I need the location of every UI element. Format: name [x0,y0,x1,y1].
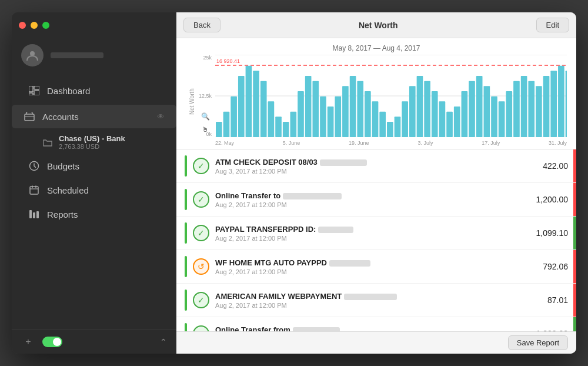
txn-date: Aug 2, 2017 at 12:00 PM [215,235,530,242]
svg-rect-53 [462,91,468,137]
svg-rect-3 [34,91,39,95]
txn-amount: 1,200.00 [536,329,569,331]
svg-point-0 [30,51,35,56]
svg-rect-36 [335,97,341,137]
svg-rect-35 [328,107,334,137]
txn-name: Online Transfer from [215,325,530,332]
svg-rect-33 [312,81,319,137]
add-button[interactable]: + [21,335,35,349]
svg-rect-57 [491,97,497,137]
zoom-in-button[interactable]: 🔍 [200,111,211,122]
dashboard-icon [28,85,40,97]
sidebar-item-scheduled[interactable]: Scheduled [16,178,172,202]
svg-rect-31 [298,91,304,137]
svg-rect-42 [379,112,386,137]
sidebar-nav: Dashboard Accounts 👁 [12,76,176,330]
transaction-row[interactable]: ✓AMERICAN FAMILY WEBPAYMENTAug 2, 2017 a… [176,284,576,317]
svg-rect-61 [521,76,527,137]
txn-icon: ✓ [193,158,209,174]
sidebar-item-accounts[interactable]: Accounts 👁 [12,105,176,128]
svg-rect-41 [372,101,379,137]
save-report-button[interactable]: Save Report [508,335,568,350]
svg-rect-22 [230,97,237,137]
svg-rect-67 [566,71,567,137]
svg-rect-43 [387,122,393,137]
svg-rect-39 [357,81,363,137]
txn-color-bar [185,256,187,277]
svg-rect-51 [446,112,453,137]
eye-icon[interactable]: 👁 [157,112,165,121]
svg-rect-21 [223,112,230,137]
sidebar-item-budgets-label: Budgets [47,161,160,171]
account-row-chase[interactable]: Chase (US) - Bank 2,763.38 USD [12,131,176,154]
txn-date: Aug 2, 2017 at 12:00 PM [215,201,530,208]
transaction-row[interactable]: ✓Online Transfer toAug 2, 2017 at 12:00 … [176,183,576,217]
txn-color-bar [185,323,187,331]
txn-details: PAYPAL TRANSFERPPD ID:Aug 2, 2017 at 12:… [215,225,530,242]
x-labels: 22. May 5. June 19. June 3. July 17. Jul… [215,137,567,149]
svg-rect-30 [290,112,297,137]
svg-rect-5 [25,114,34,121]
svg-rect-46 [409,86,416,137]
chart-tools: 🔍 🖱 [200,111,211,135]
txn-name-blur [344,294,397,300]
txn-name-blur [283,193,342,199]
txn-name-blur [320,159,367,166]
collapse-button[interactable]: ⌃ [160,337,167,347]
txn-date: Aug 2, 2017 at 12:00 PM [215,302,542,309]
svg-rect-14 [36,211,39,218]
svg-rect-29 [283,122,289,137]
txn-amount: 792.06 [543,262,568,271]
x-label-june19: 19. June [349,140,369,146]
svg-rect-63 [536,86,542,137]
svg-text:16 920.41: 16 920.41 [216,58,240,64]
svg-rect-62 [528,81,534,137]
toggle-switch[interactable] [42,337,62,347]
txn-details: Online Transfer toAug 2, 2017 at 12:00 P… [215,191,530,208]
txn-icon: ↺ [193,258,209,275]
edit-button[interactable]: Edit [536,18,569,32]
sidebar-item-dashboard[interactable]: Dashboard [16,79,172,102]
svg-rect-12 [29,210,32,218]
sidebar-item-dashboard-label: Dashboard [47,86,160,96]
sidebar-item-reports[interactable]: Reports [16,202,172,226]
svg-rect-28 [275,117,282,137]
txn-side-indicator [573,217,576,249]
txn-name: ATM CHECK DEPOSIT 08/03 [215,158,537,167]
txn-color-bar [185,290,187,311]
svg-rect-66 [558,66,564,137]
svg-rect-32 [305,76,312,137]
svg-rect-64 [543,76,550,137]
maximize-button[interactable] [42,22,49,29]
accounts-icon [24,111,35,122]
budgets-icon [28,160,40,172]
sidebar-item-budgets[interactable]: Budgets [16,154,172,178]
txn-icon: ✓ [193,191,209,208]
svg-rect-58 [499,101,505,137]
txn-date: Aug 2, 2017 at 12:00 PM [215,268,537,275]
main-content: Back Net Worth Edit May 8, 2017 — Aug 4,… [176,12,576,354]
svg-rect-23 [238,76,245,137]
minimize-button[interactable] [31,22,38,29]
txn-date: Aug 3, 2017 at 12:00 PM [215,168,537,175]
svg-rect-56 [484,86,490,137]
txn-side-indicator [573,284,576,317]
svg-rect-49 [432,91,438,137]
txn-icon: ✓ [193,325,209,331]
close-button[interactable] [19,22,26,29]
transaction-row[interactable]: ✓ATM CHECK DEPOSIT 08/03Aug 3, 2017 at 1… [176,149,576,183]
txn-details: WF HOME MTG AUTO PAYPPDAug 2, 2017 at 12… [215,258,537,275]
back-button[interactable]: Back [183,18,220,32]
y-label-25k: 25k [198,55,212,61]
transaction-row[interactable]: ↺WF HOME MTG AUTO PAYPPDAug 2, 2017 at 1… [176,250,576,284]
svg-rect-1 [29,86,33,92]
transaction-row[interactable]: ✓PAYPAL TRANSFERPPD ID:Aug 2, 2017 at 12… [176,217,576,250]
transactions-list: ✓ATM CHECK DEPOSIT 08/03Aug 3, 2017 at 1… [176,149,576,331]
account-info: Chase (US) - Bank 2,763.38 USD [59,134,165,150]
txn-icon: ✓ [193,292,209,308]
pointer-button[interactable]: 🖱 [200,124,211,135]
x-label-june5: 5. June [283,140,300,146]
transaction-row[interactable]: ✓Online Transfer fromAug 2, 2017 at 12:0… [176,317,576,331]
svg-rect-24 [246,66,252,137]
sidebar-bottom: + ⌃ [12,330,176,354]
